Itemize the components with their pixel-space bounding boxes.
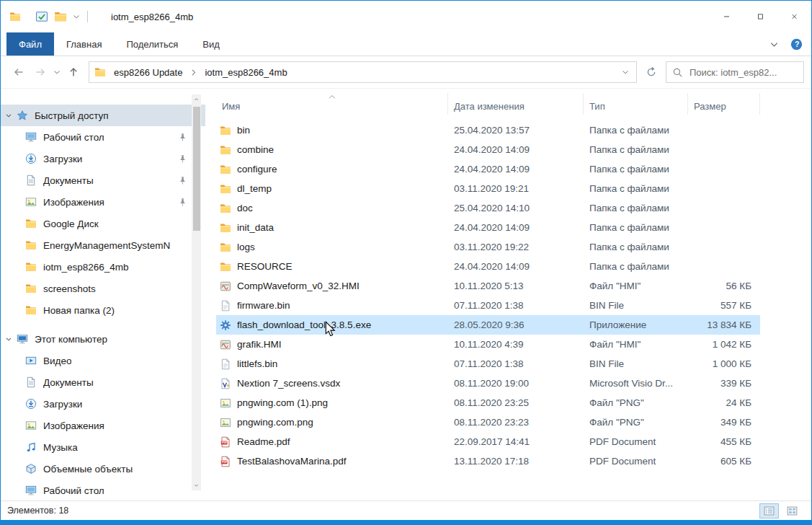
file-row[interactable]: configure24.04.2020 14:09Папка с файлами — [216, 159, 760, 179]
help-icon[interactable]: ? — [790, 38, 803, 50]
file-row[interactable]: pngwing.com (1).png08.11.2020 23:25Файл … — [216, 393, 760, 412]
sidebar-item[interactable]: Документы — [1, 371, 205, 393]
sidebar-item-label: Загрузки — [43, 399, 82, 410]
file-row[interactable]: grafik.HMI10.11.2020 4:39Файл "HMI"1 042… — [216, 335, 760, 354]
qat-customize-dropdown[interactable] — [70, 7, 83, 26]
file-row[interactable]: PDFReadme.pdf22.09.2017 14:41PDF Documen… — [216, 432, 760, 451]
sidebar-item[interactable]: Загрузки — [1, 393, 205, 415]
file-row[interactable]: RESOURCE24.04.2020 14:09Папка с файлами — [216, 257, 760, 276]
sidebar-item[interactable]: Рабочий стол — [1, 126, 205, 148]
file-row[interactable]: doc25.04.2020 14:10Папка с файлами — [216, 198, 760, 218]
sidebar-item[interactable]: screenshots — [1, 278, 205, 299]
maximize-button[interactable] — [744, 1, 777, 32]
sidebar-scrollbar[interactable] — [192, 94, 201, 490]
sidebar-item[interactable]: Этот компьютер — [1, 328, 205, 350]
file-size: 605 КБ — [688, 456, 760, 467]
file-row[interactable]: CompWaveform_v0_32.HMI10.11.2020 5:13Фай… — [216, 276, 760, 296]
search-input[interactable] — [688, 66, 798, 79]
sidebar-item[interactable]: EnergyManagementSystemN — [1, 234, 205, 256]
file-row[interactable]: init_data24.04.2020 14:09Папка с файлами — [216, 218, 760, 237]
file-row[interactable]: PDFTestBalashovaMarina.pdf13.11.2020 17:… — [216, 451, 760, 471]
file-size: 56 КБ — [688, 281, 760, 291]
close-button[interactable] — [777, 1, 811, 32]
sidebar-item[interactable]: Музыка — [1, 436, 205, 458]
cube-icon — [25, 463, 37, 475]
sidebar-item[interactable]: Загрузки — [1, 148, 205, 169]
tab-home[interactable]: Главная — [54, 32, 114, 56]
sidebar-item[interactable]: Новая папка (2) — [1, 299, 205, 321]
sidebar-item[interactable]: Объемные объекты — [1, 458, 205, 480]
file-row[interactable]: flash_download_tool_3.8.5.exe28.05.2020 … — [216, 315, 760, 335]
file-type: Папка с файлами — [584, 261, 688, 272]
column-header-size[interactable]: Размер — [688, 93, 760, 115]
file-date-modified: 08.11.2020 23:25 — [448, 397, 584, 408]
details-view-button[interactable] — [759, 503, 779, 519]
sidebar-item[interactable]: Google Диск — [1, 213, 205, 234]
file-row[interactable]: dl_temp03.11.2020 19:21Папка с файлами — [216, 179, 760, 198]
address-dropdown-button[interactable] — [616, 62, 635, 82]
tab-file[interactable]: Файл — [6, 32, 54, 56]
scrollbar-track[interactable] — [192, 105, 201, 480]
file-date-modified: 10.11.2020 5:13 — [448, 281, 584, 291]
minimize-button[interactable] — [710, 1, 744, 32]
ribbon-right-controls: ? — [769, 32, 803, 56]
forward-button[interactable] — [30, 61, 51, 83]
sidebar-item[interactable]: Рабочий стол — [1, 480, 205, 500]
refresh-button[interactable] — [641, 61, 662, 83]
file-type: Папка с файлами — [584, 183, 688, 194]
status-bar: Элементов: 18 — [1, 500, 811, 520]
sidebar-item[interactable]: Изображения — [1, 191, 205, 213]
pin-icon — [178, 176, 187, 185]
sidebar-item[interactable]: Быстрый доступ — [1, 105, 205, 126]
downloads-icon — [25, 398, 37, 410]
search-icon — [672, 67, 683, 78]
file-name: CompWaveform_v0_32.HMI — [237, 281, 360, 291]
file-row[interactable]: bin25.04.2020 13:57Папка с файлами — [216, 120, 760, 140]
folder-icon — [25, 261, 37, 273]
sidebar-item[interactable]: Документы — [1, 169, 205, 191]
scrollbar-thumb[interactable] — [193, 107, 200, 231]
file-type: Папка с файлами — [584, 125, 688, 136]
ribbon-expand-icon[interactable] — [769, 39, 780, 50]
bin-file-icon — [220, 358, 231, 370]
breadcrumb-item[interactable]: esp8266 Update — [107, 62, 189, 82]
file-type: Папка с файлами — [584, 164, 688, 175]
address-box[interactable]: esp8266 Updateiotm_esp8266_4mb — [89, 61, 637, 83]
qat-checkmark-button[interactable] — [32, 7, 51, 26]
column-header-label: Дата изменения — [454, 101, 525, 112]
expander-icon[interactable] — [4, 335, 13, 343]
recent-locations-dropdown[interactable] — [51, 61, 63, 83]
column-header-name[interactable]: Имя — [216, 93, 448, 115]
scroll-down-button[interactable] — [192, 480, 201, 490]
folder-icon — [25, 283, 37, 294]
breadcrumb-item[interactable]: iotm_esp8266_4mb — [198, 62, 293, 82]
column-header-date[interactable]: Дата изменения — [448, 93, 584, 115]
file-date-modified: 25.04.2020 14:10 — [448, 203, 584, 213]
file-size: 339 КБ — [688, 378, 760, 389]
file-row[interactable]: pngwing.com.png08.11.2020 23:23Файл "PNG… — [216, 412, 760, 432]
pin-icon — [178, 198, 187, 207]
back-button[interactable] — [8, 61, 30, 83]
qat-new-folder-button[interactable] — [51, 7, 70, 26]
scroll-up-button[interactable] — [192, 94, 201, 105]
file-row[interactable]: littlefs.bin07.11.2020 1:38BIN File1 000… — [216, 354, 760, 374]
tab-share[interactable]: Поделиться — [114, 32, 190, 56]
file-row[interactable]: firmware.bin07.11.2020 1:38BIN File557 К… — [216, 296, 760, 315]
file-size: 24 КБ — [688, 397, 760, 408]
file-name: doc — [237, 203, 253, 213]
sidebar-item[interactable]: Видео — [1, 350, 205, 371]
sidebar-item-label: Google Диск — [43, 219, 99, 229]
sidebar-item[interactable]: Изображения — [1, 415, 205, 436]
expander-icon[interactable] — [4, 111, 13, 120]
sidebar-item[interactable]: iotm_esp8266_4mb — [1, 256, 205, 278]
file-row[interactable]: logs03.11.2020 19:22Папка с файлами — [216, 237, 760, 257]
file-row[interactable]: Nextion 7_screens.vsdx08.11.2020 19:00Mi… — [216, 374, 760, 393]
pdf-file-icon: PDF — [220, 456, 231, 467]
up-button[interactable] — [63, 61, 84, 83]
tab-view[interactable]: Вид — [190, 32, 232, 56]
thumbnails-view-button[interactable] — [782, 503, 802, 519]
chevron-right-icon[interactable] — [189, 68, 198, 77]
file-row[interactable]: combine24.04.2020 14:09Папка с файлами — [216, 140, 760, 159]
column-header-type[interactable]: Тип — [584, 93, 688, 115]
navigation-pane: Быстрый доступРабочий столЗагрузкиДокуме… — [1, 89, 205, 500]
